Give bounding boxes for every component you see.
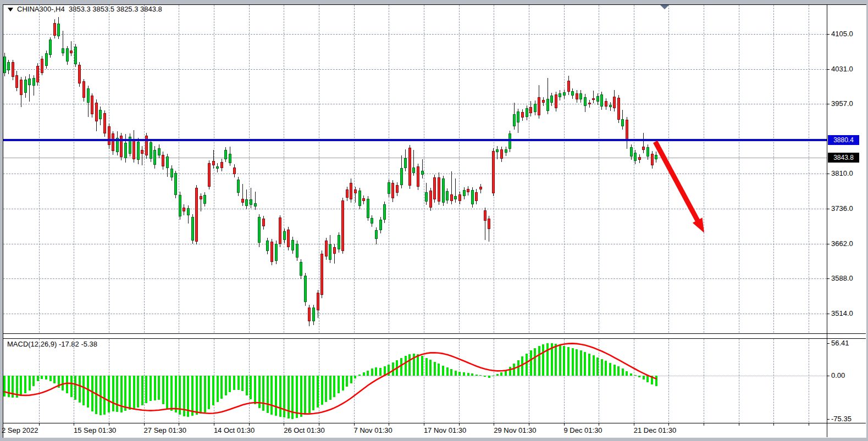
macd-histogram-bar	[137, 376, 139, 407]
vertical-gridline	[668, 5, 669, 333]
macd-histogram-bar	[275, 376, 277, 416]
time-axis-tick	[809, 423, 809, 426]
price-axis-tick	[827, 314, 830, 314]
time-axis-label: 9 Dec 01:30	[564, 426, 602, 434]
symbol-dropdown-icon[interactable]	[8, 8, 13, 12]
macd-histogram-bar	[572, 348, 574, 376]
scroll-position-marker-icon[interactable]	[660, 5, 669, 9]
candle-body	[200, 196, 202, 199]
vertical-gridline	[809, 339, 809, 422]
candle-wick	[71, 41, 71, 57]
candle-body	[617, 98, 620, 120]
vertical-gridline	[144, 5, 145, 333]
vertical-gridline	[634, 339, 634, 422]
macd-histogram-bar	[267, 376, 269, 413]
candle-body	[320, 254, 323, 295]
macd-histogram-bar	[534, 348, 536, 376]
macd-histogram-bar	[145, 376, 147, 403]
candle-body	[24, 80, 27, 93]
price-axis-tick	[827, 104, 830, 104]
time-axis-tick	[564, 423, 565, 426]
macd-histogram-bar	[643, 376, 645, 379]
vertical-gridline	[214, 5, 214, 333]
macd-histogram-bar	[179, 376, 181, 415]
macd-histogram-bar	[220, 376, 223, 399]
macd-histogram-bar	[646, 376, 649, 382]
macd-histogram-bar	[546, 343, 549, 376]
candle-body	[87, 88, 90, 103]
macd-histogram-bar	[300, 376, 302, 417]
candle-body	[103, 113, 106, 133]
vertical-gridline	[494, 339, 494, 422]
candle-body	[32, 78, 35, 86]
macd-zero-line	[3, 376, 827, 376]
candle-body	[475, 192, 478, 201]
candle-body	[153, 150, 156, 165]
candle-body	[12, 62, 14, 77]
macd-histogram-bar	[217, 376, 219, 402]
macd-histogram-bar	[596, 358, 599, 376]
macd-histogram-bar	[500, 372, 502, 376]
macd-histogram-bar	[588, 354, 590, 376]
macd-histogram-bar	[16, 376, 18, 398]
macd-histogram-bar	[58, 376, 60, 388]
macd-histogram-bar	[421, 356, 423, 376]
macd-histogram-bar	[396, 360, 398, 376]
candle-body	[166, 157, 169, 168]
candle-body	[191, 217, 194, 241]
candle-body	[588, 103, 591, 104]
candle-body	[341, 200, 344, 251]
macd-histogram-bar	[329, 376, 331, 400]
candle-body	[534, 104, 537, 113]
price-axis-tick	[827, 244, 830, 244]
candle-body	[158, 148, 161, 156]
macd-histogram-bar	[120, 376, 123, 412]
candle-body	[592, 98, 595, 100]
macd-histogram-bar	[446, 367, 449, 376]
vertical-gridline	[179, 5, 179, 333]
macd-histogram-bar	[158, 376, 160, 400]
macd-histogram-bar	[471, 373, 473, 376]
candle-body	[621, 119, 624, 126]
symbol-label: CHINA300-,H4	[17, 5, 65, 13]
price-axis-label: 3810.0	[831, 169, 853, 177]
time-axis-tick	[74, 423, 74, 426]
candle-body	[454, 196, 457, 199]
macd-histogram-bar	[626, 371, 628, 376]
candle-body	[638, 157, 641, 160]
macd-histogram-bar	[304, 376, 306, 415]
candle-body	[287, 230, 290, 247]
candle-body	[521, 112, 524, 118]
candle-body	[141, 150, 143, 154]
time-axis-tick	[284, 423, 284, 426]
candle-body	[383, 204, 386, 220]
candle-body	[70, 51, 73, 53]
candle-body	[391, 183, 394, 198]
candle-body	[354, 189, 357, 193]
vertical-gridline	[773, 339, 774, 422]
time-axis-label: 2 Sep 2022	[2, 426, 38, 434]
macd-histogram-bar	[8, 376, 10, 397]
candle-body	[492, 151, 495, 194]
price-axis-tick	[827, 209, 830, 209]
candle-wick	[213, 150, 214, 169]
time-axis-label: 21 Dec 01:30	[634, 426, 676, 434]
candle-body	[596, 96, 599, 102]
macd-histogram-bar	[191, 376, 193, 416]
candle-body	[275, 244, 278, 261]
candle-body	[179, 195, 181, 216]
vertical-gridline	[109, 5, 109, 333]
candle-body	[642, 147, 645, 150]
candle-body	[605, 101, 607, 106]
candle-body	[446, 191, 449, 200]
time-axis-label: 27 Sep 01:30	[144, 426, 186, 434]
candle-body	[517, 111, 519, 122]
vertical-gridline	[389, 5, 389, 333]
macd-histogram-bar	[517, 360, 519, 376]
candle-body	[124, 143, 127, 158]
macd-histogram-bar	[70, 376, 73, 397]
macd-histogram-bar	[358, 375, 361, 376]
time-axis-tick	[529, 423, 529, 426]
macd-histogram-bar	[338, 376, 340, 393]
candle-body	[417, 166, 419, 187]
